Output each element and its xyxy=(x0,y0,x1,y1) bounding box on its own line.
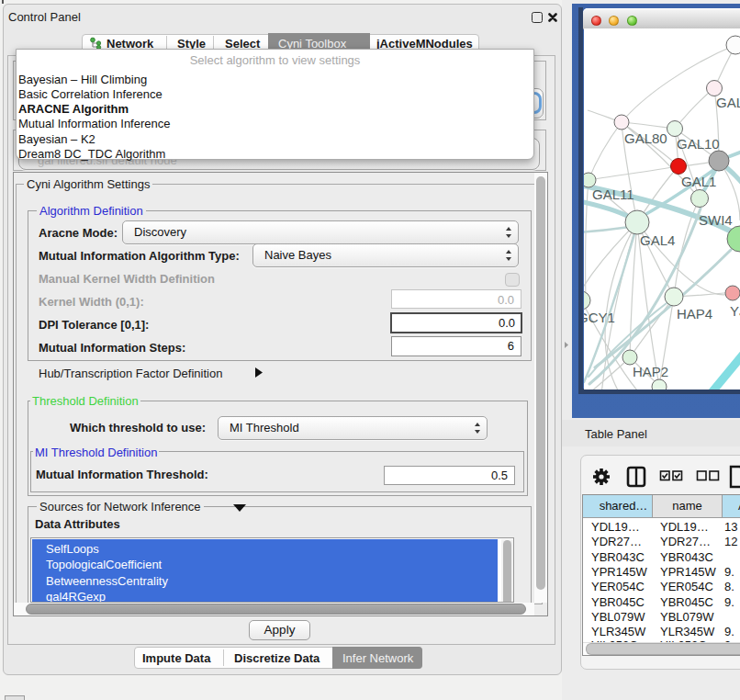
svg-text:HAP4: HAP4 xyxy=(677,306,712,322)
svg-text:GAL11: GAL11 xyxy=(592,186,634,202)
svg-text:GAL80: GAL80 xyxy=(624,130,667,146)
svg-text:YJ: YJ xyxy=(730,303,740,319)
svg-text:GAL2: GAL2 xyxy=(716,95,740,110)
svg-text:GAL1: GAL1 xyxy=(681,174,716,189)
svg-text:GCY1: GCY1 xyxy=(584,310,615,325)
svg-text:GAL10: GAL10 xyxy=(677,136,720,152)
svg-text:HAP2: HAP2 xyxy=(633,364,668,379)
svg-text:SWI4: SWI4 xyxy=(699,212,733,228)
svg-text:GAL4: GAL4 xyxy=(640,232,675,248)
